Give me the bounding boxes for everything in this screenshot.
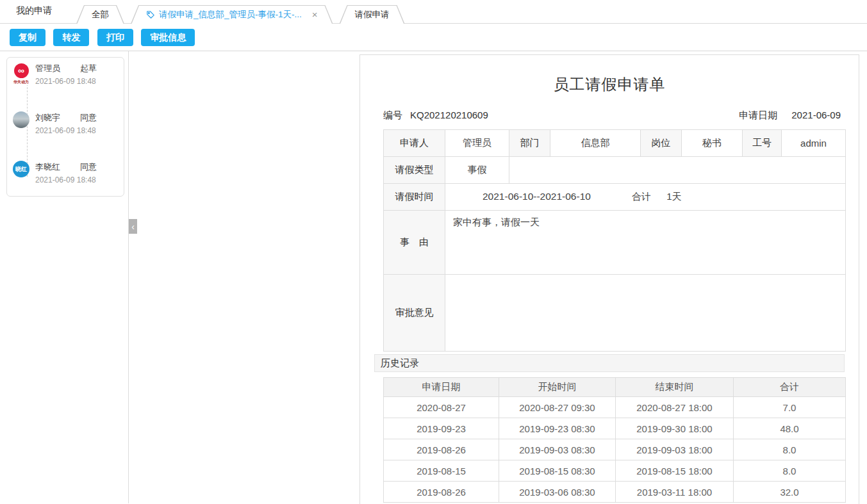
forward-button[interactable]: 转发 (53, 29, 89, 46)
history-cell: 8.0 (734, 460, 846, 482)
apply-date-label: 申请日期 (739, 110, 777, 122)
history-cell: 2019-09-23 08:30 (499, 418, 616, 439)
approval-sidebar: ∞ 华天动力 管理员 起草 2021-06-09 18:48 (0, 51, 129, 503)
history-table: 申请日期 开始时间 结束时间 合计 2020-08-27 2020-08-27 … (383, 377, 846, 503)
tab-leave-apply-label: 请假申请 (355, 10, 390, 19)
approval-info-button[interactable]: 审批信息 (141, 29, 195, 46)
form-viewport: ‹ 员工请假申请单 编号 KQ202120210609 申请日期 2021-06… (129, 51, 867, 503)
history-cell: 2019-03-11 18:00 (616, 482, 734, 503)
employee-id-value: admin (782, 130, 846, 157)
leave-type-value: 事假 (445, 157, 509, 184)
number-label: 编号 (383, 110, 402, 122)
leave-time-cell: 2021-06-10--2021-06-10 合计 1天 (445, 184, 846, 211)
approval-action: 起草 (80, 63, 97, 74)
employee-id-label: 工号 (743, 130, 782, 157)
history-cell: 2019-09-03 08:30 (499, 439, 616, 460)
department-label: 部门 (509, 130, 550, 157)
reason-value: 家中有事，请假一天 (445, 211, 846, 275)
tab-leave-detail-label: 请假申请_信息部_管理员-事假-1天-... (159, 5, 302, 24)
history-col-end-time: 结束时间 (616, 378, 734, 397)
leave-form-table: 申请人 管理员 部门 信息部 岗位 秘书 工号 admin 请假类型 事假 请假… (383, 129, 846, 352)
history-cell: 2020-08-27 18:00 (616, 397, 734, 418)
close-icon[interactable]: × (312, 10, 318, 19)
approval-opinion-value (445, 275, 846, 352)
avatar-logo: ∞ 华天动力 (13, 62, 29, 86)
timeline-item-approve-1[interactable]: 刘晓宇 同意 2021-06-09 18:48 (13, 111, 124, 135)
avatar-initials: 晓红 (13, 161, 29, 177)
leave-type-empty-cell (509, 157, 846, 184)
position-value: 秘书 (682, 130, 743, 157)
print-button[interactable]: 打印 (97, 29, 133, 46)
number-value: KQ202120210609 (410, 110, 488, 122)
history-cell: 2019-09-03 18:00 (616, 439, 734, 460)
toolbar: 复制 转发 打印 审批信息 (0, 24, 867, 51)
total-value: 1天 (666, 191, 681, 202)
leave-time-range: 2021-06-10--2021-06-10 (483, 191, 591, 202)
avatar-logo-text: 华天动力 (13, 79, 29, 85)
history-row: 2019-08-26 2019-03-06 08:30 2019-03-11 1… (384, 482, 846, 503)
reason-label: 事 由 (384, 211, 445, 275)
content-area: ∞ 华天动力 管理员 起草 2021-06-09 18:48 (0, 51, 867, 503)
position-label: 岗位 (641, 130, 682, 157)
history-cell: 32.0 (734, 482, 846, 503)
tab-leave-detail[interactable]: 请假申请_信息部_管理员-事假-1天-... × (131, 5, 333, 24)
tab-all-label: 全部 (92, 10, 109, 19)
history-cell: 2019-08-15 (384, 460, 499, 482)
form-page: 员工请假申请单 编号 KQ202120210609 申请日期 2021-06-0… (359, 54, 859, 504)
history-row: 2019-09-23 2019-09-23 08:30 2019-09-30 1… (384, 418, 846, 439)
total-label: 合计 (632, 191, 651, 202)
department-value: 信息部 (550, 130, 641, 157)
avatar-photo (13, 111, 29, 128)
collapse-sidebar-handle[interactable]: ‹ (129, 219, 137, 234)
history-cell: 2019-08-15 08:30 (499, 460, 616, 482)
history-cell: 2020-08-27 (384, 397, 499, 418)
history-row: 2019-08-15 2019-08-15 08:30 2019-08-15 1… (384, 460, 846, 482)
apply-date-value: 2021-06-09 (791, 110, 841, 122)
form-meta-row: 编号 KQ202120210609 申请日期 2021-06-09 (383, 110, 841, 122)
approval-action: 同意 (80, 161, 97, 173)
history-section-title: 历史记录 (374, 354, 845, 372)
history-cell: 2020-08-27 09:30 (499, 397, 616, 418)
approval-time: 2021-06-09 18:48 (35, 77, 97, 86)
chevron-left-icon: ‹ (131, 222, 135, 232)
page-title: 员工请假申请单 (360, 74, 859, 95)
timeline-item-approve-2[interactable]: 晓红 李晓红 同意 2021-06-09 18:48 (13, 161, 124, 184)
applicant-label: 申请人 (384, 130, 445, 157)
history-cell: 2019-03-06 08:30 (499, 482, 616, 503)
timeline-item-draft[interactable]: ∞ 华天动力 管理员 起草 2021-06-09 18:48 (13, 62, 124, 86)
history-row: 2019-08-26 2019-09-03 08:30 2019-09-03 1… (384, 439, 846, 460)
history-col-total: 合计 (734, 378, 846, 397)
history-cell: 2019-09-23 (384, 418, 499, 439)
history-cell: 2019-08-26 (384, 439, 499, 460)
infinity-logo-icon: ∞ (14, 63, 29, 78)
approval-time: 2021-06-09 18:48 (35, 175, 97, 184)
history-cell: 8.0 (734, 439, 846, 460)
history-header-row: 申请日期 开始时间 结束时间 合计 (384, 378, 846, 397)
history-cell: 48.0 (734, 418, 846, 439)
history-cell: 2019-08-15 18:00 (616, 460, 734, 482)
tab-all[interactable]: 全部 (76, 5, 124, 24)
history-row: 2020-08-27 2020-08-27 09:30 2020-08-27 1… (384, 397, 846, 418)
leave-type-label: 请假类型 (384, 157, 445, 184)
history-col-apply-date: 申请日期 (384, 378, 499, 397)
approval-time: 2021-06-09 18:48 (35, 126, 97, 135)
history-cell: 7.0 (734, 397, 846, 418)
applicant-value: 管理员 (445, 130, 509, 157)
history-cell: 2019-09-30 18:00 (616, 418, 734, 439)
nav-my-applications[interactable]: 我的申请 (0, 5, 52, 23)
history-cell: 2019-08-26 (384, 482, 499, 503)
approver-name: 刘晓宇 (35, 112, 80, 124)
approver-name: 管理员 (35, 63, 80, 74)
approver-name: 李晓红 (35, 161, 80, 173)
approval-opinion-label: 审批意见 (384, 275, 445, 352)
history-col-start-time: 开始时间 (499, 378, 616, 397)
leave-time-label: 请假时间 (384, 184, 445, 211)
tab-bar: 我的申请 全部 请假申请_信息部_管理员-事假-1天-... × 请假申请 (0, 0, 867, 24)
tag-icon (146, 10, 155, 19)
copy-button[interactable]: 复制 (10, 29, 45, 46)
approval-action: 同意 (80, 112, 97, 124)
approval-timeline-card: ∞ 华天动力 管理员 起草 2021-06-09 18:48 (6, 57, 124, 197)
tab-leave-apply[interactable]: 请假申请 (340, 5, 405, 24)
